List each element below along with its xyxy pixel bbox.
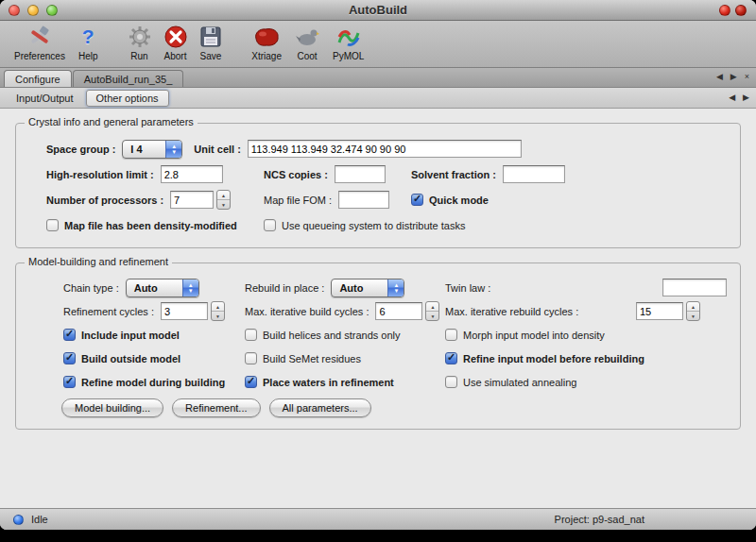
crystal-info-group-title: Crystal info and general parameters: [25, 116, 198, 127]
num-processors-input[interactable]: [170, 191, 214, 209]
tab-other-options[interactable]: Other options: [86, 90, 169, 107]
refinement-cycles-input[interactable]: [161, 302, 208, 320]
model-building-group: Model-building and refinement Chain type…: [15, 263, 741, 430]
titlebar-right-icons: [719, 5, 747, 16]
morph-input-model-label: Morph input model into density: [463, 330, 605, 341]
title-bar[interactable]: AutoBuild: [0, 0, 756, 21]
rebuild-in-place-value: Auto: [332, 279, 387, 296]
checkbox-density-modified[interactable]: [46, 219, 59, 231]
solvent-fraction-input[interactable]: [503, 165, 565, 183]
zoom-window-button[interactable]: [46, 5, 58, 16]
checkbox-quick-mode[interactable]: ✓: [411, 194, 423, 206]
toolbar-help-button[interactable]: ? Help: [72, 24, 105, 61]
check-icon: ✓: [65, 375, 74, 387]
tab-next-icon[interactable]: ▶: [730, 72, 737, 81]
toolbar-coot-button[interactable]: Coot: [288, 24, 326, 61]
refine-during-building-label: Refine model during building: [81, 377, 225, 388]
queueing-system-label: Use queueing system to distribute tasks: [282, 220, 465, 231]
stepper-up-icon[interactable]: ▲: [426, 302, 438, 312]
combo-arrows-icon: ▲▼: [387, 279, 404, 296]
check-icon: ✓: [247, 375, 255, 387]
checkbox-build-helices-strands[interactable]: [245, 329, 257, 341]
model-building-button[interactable]: Model building...: [61, 398, 163, 417]
combo-arrows-icon: ▲▼: [182, 279, 198, 296]
map-fom-label: Map file FOM :: [264, 195, 332, 206]
coot-icon: [295, 24, 319, 50]
simulated-annealing-label: Use simulated annealing: [463, 377, 576, 388]
stepper-up-icon[interactable]: ▲: [687, 302, 699, 312]
pymol-icon: [336, 24, 361, 50]
stepper-up-icon[interactable]: ▲: [217, 191, 230, 200]
tab-close-icon[interactable]: ×: [745, 72, 749, 81]
checkbox-build-semet[interactable]: [245, 352, 257, 364]
toolbar-pymol-button[interactable]: PyMOL: [326, 24, 370, 61]
toolbar-save-button[interactable]: Save: [194, 24, 229, 61]
toolbar-run-button[interactable]: Run: [122, 24, 158, 61]
high-res-input[interactable]: [161, 165, 223, 183]
checkbox-place-waters[interactable]: ✓: [245, 376, 257, 388]
toolbar-label: Help: [78, 51, 98, 61]
toolbar-abort-button[interactable]: Abort: [158, 24, 194, 61]
checkbox-refine-before-rebuilding[interactable]: ✓: [445, 352, 457, 364]
stepper-down-icon[interactable]: ▼: [212, 312, 224, 320]
all-parameters-button[interactable]: All parameters...: [269, 398, 371, 417]
max-rebuild-cycles-stepper[interactable]: ▲ ▼: [686, 301, 700, 321]
status-text: Idle: [31, 514, 48, 525]
space-group-select[interactable]: I 4 ▲▼: [122, 140, 182, 159]
solvent-fraction-label: Solvent fraction :: [411, 169, 496, 180]
checkbox-build-outside-model[interactable]: ✓: [63, 352, 76, 364]
tab-nav-controls: ◀ ▶ ×: [716, 72, 749, 81]
stepper-down-icon[interactable]: ▼: [217, 200, 230, 209]
stepper-down-icon[interactable]: ▼: [426, 312, 438, 320]
window-title: AutoBuild: [0, 3, 756, 17]
toolbar-label: Xtriage: [251, 51, 282, 61]
options-tab-nav-controls: ◀ ▶: [729, 93, 749, 102]
options-prev-icon[interactable]: ◀: [729, 93, 735, 102]
tab-configure[interactable]: Configure: [4, 70, 72, 87]
num-processors-stepper[interactable]: ▲ ▼: [216, 190, 231, 210]
ncs-copies-input[interactable]: [335, 165, 386, 183]
stepper-down-icon[interactable]: ▼: [687, 312, 699, 320]
twin-law-input[interactable]: [662, 279, 727, 296]
chain-type-select[interactable]: Auto ▲▼: [126, 279, 199, 297]
close-window-button[interactable]: [9, 5, 20, 16]
build-outside-model-label: Build outside model: [81, 353, 180, 364]
unit-cell-input[interactable]: [248, 140, 522, 158]
tab-autobuild-run-35[interactable]: AutoBuild_run_35_: [73, 70, 184, 87]
status-idle-icon: [13, 515, 24, 525]
refinement-button[interactable]: Refinement...: [172, 398, 260, 417]
checkbox-simulated-annealing[interactable]: [445, 376, 457, 388]
stepper-up-icon[interactable]: ▲: [212, 302, 224, 312]
options-next-icon[interactable]: ▶: [743, 93, 749, 102]
ncs-copies-label: NCS copies :: [264, 169, 328, 180]
crystal-info-group: Crystal info and general parameters Spac…: [15, 123, 741, 248]
refine-before-rebuilding-label: Refine input model before rebuilding: [463, 353, 644, 364]
unit-cell-label: Unit cell :: [194, 144, 241, 155]
checkbox-queueing-system[interactable]: [264, 219, 276, 231]
toolbar-xtriage-button[interactable]: Xtriage: [245, 24, 288, 61]
max-rebuild-cycles-input[interactable]: [636, 302, 683, 320]
titlebar-badge2-icon: [735, 5, 747, 16]
check-icon: ✓: [65, 328, 74, 340]
map-fom-input[interactable]: [338, 191, 389, 209]
tab-input-output[interactable]: Input/Output: [6, 90, 84, 107]
toolbar-label: Preferences: [14, 51, 65, 61]
preferences-icon: [27, 24, 52, 50]
max-build-cycles-input[interactable]: [375, 302, 422, 320]
max-build-cycles-stepper[interactable]: ▲ ▼: [425, 301, 439, 321]
save-icon: [200, 24, 221, 50]
checkbox-include-input-model[interactable]: ✓: [63, 329, 76, 341]
minimize-window-button[interactable]: [27, 5, 39, 16]
app-window: AutoBuild Preferences ? Help: [0, 0, 756, 530]
max-build-cycles-label: Max. iterative build cycles :: [245, 306, 369, 317]
max-rebuild-cycles-label: Max. iterative rebuild cycles :: [445, 306, 578, 317]
toolbar-label: Abort: [164, 51, 187, 61]
tab-prev-icon[interactable]: ◀: [716, 72, 723, 81]
checkbox-morph-input-model[interactable]: [445, 329, 457, 341]
checkbox-refine-during-building[interactable]: ✓: [63, 376, 76, 388]
refinement-cycles-stepper[interactable]: ▲ ▼: [211, 301, 225, 321]
toolbar: Preferences ? Help Run: [0, 21, 756, 68]
traffic-lights: [9, 5, 58, 16]
toolbar-preferences-button[interactable]: Preferences: [8, 24, 72, 61]
rebuild-in-place-select[interactable]: Auto ▲▼: [331, 279, 404, 297]
